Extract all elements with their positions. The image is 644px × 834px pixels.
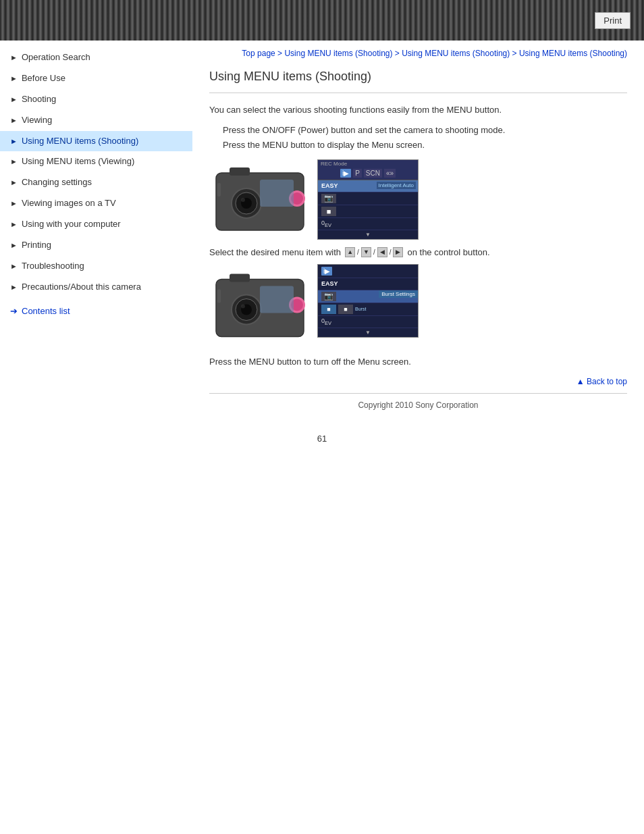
- back-to-top-link[interactable]: ▲ Back to top: [576, 377, 627, 386]
- step2-text: Press the MENU button to display the Men…: [223, 138, 627, 153]
- burst-settings-popup: Burst Settings: [379, 290, 418, 298]
- arrow-icon: ►: [10, 136, 18, 146]
- menu-screen-1: REC Mode i▶ P SCN «» EASY Intelligent Au…: [317, 159, 419, 240]
- down-arrow-btn: ▼: [361, 247, 371, 257]
- breadcrumb-current: Using MENU items (Shooting): [519, 49, 627, 58]
- slash1: /: [357, 249, 359, 256]
- svg-rect-20: [217, 289, 221, 303]
- menu2-0ev-label: 0EV: [321, 317, 331, 326]
- svg-rect-21: [260, 286, 294, 313]
- menu-header-label: REC Mode: [321, 161, 347, 167]
- svg-point-17: [241, 304, 245, 308]
- sidebar-item-using-menu-viewing[interactable]: ► Using MENU items (Viewing): [0, 151, 192, 172]
- svg-rect-13: [230, 273, 250, 282]
- slash2: /: [373, 249, 375, 256]
- footer-divider: [209, 393, 627, 394]
- mode-p-icon: P: [353, 169, 362, 178]
- arrow-icon: ►: [10, 53, 18, 62]
- svg-rect-9: [217, 183, 221, 197]
- menu2-row-easy: EASY: [318, 278, 418, 290]
- intro-text: You can select the various shooting func…: [209, 103, 627, 118]
- arrow-icon: ►: [10, 115, 18, 125]
- mode-ia-icon: i▶: [340, 169, 351, 178]
- menu-down-icon: ▼: [365, 232, 371, 238]
- breadcrumb-sep2: >: [395, 49, 402, 58]
- menu-down-arrow: ▼: [318, 230, 418, 239]
- select-suffix-text: on the control button.: [407, 247, 489, 257]
- sidebar-item-viewing-tv[interactable]: ► Viewing images on a TV: [0, 193, 192, 214]
- sidebar-item-printing[interactable]: ► Printing: [0, 235, 192, 256]
- breadcrumb-sep3: >: [512, 49, 519, 58]
- sidebar-item-operation-search[interactable]: ► Operation Search: [0, 47, 192, 68]
- sidebar-item-using-menu-shooting[interactable]: ► Using MENU items (Shooting): [0, 131, 192, 152]
- menu2-easy-label: EASY: [321, 280, 338, 287]
- arrow-icon: ►: [10, 219, 18, 229]
- mode-extra-icon: «»: [384, 169, 396, 178]
- svg-rect-2: [230, 167, 250, 176]
- menu2-row-icons: ■ ■ Burst: [318, 303, 418, 316]
- menu2-row-0ev: 0EV: [318, 316, 418, 328]
- screenshot-pair-2: i▶ EASY 📷 Burst Settings ■ ■ Burst 0EV: [209, 264, 627, 348]
- menu2-row-ia: i▶: [318, 265, 418, 278]
- camera-image-1: [209, 159, 317, 240]
- arrow-right-icon: ➔: [10, 306, 18, 316]
- arrow-icon: ►: [10, 199, 18, 208]
- control-arrows: ▲ / ▼ / ◀ / ▶: [345, 247, 403, 257]
- contents-list-link[interactable]: ➔ Contents list: [0, 301, 192, 321]
- page-number: 61: [0, 434, 644, 444]
- content-area: Top page > Using MENU items (Shooting) >…: [192, 41, 644, 423]
- arrow-icon: ►: [10, 95, 18, 104]
- mode-scn-icon: SCN: [364, 169, 382, 178]
- header-bar: Print: [0, 0, 644, 41]
- breadcrumb-menu-shooting-link2[interactable]: Using MENU items (Shooting): [402, 49, 510, 58]
- menu2-burst2-icon: ■: [338, 305, 353, 314]
- breadcrumb-sep1: >: [277, 49, 284, 58]
- breadcrumb-menu-shooting-link1[interactable]: Using MENU items (Shooting): [284, 49, 392, 58]
- sidebar-item-before-use[interactable]: ► Before Use: [0, 68, 192, 89]
- intelligent-auto-label: Intelligent Auto: [377, 182, 416, 189]
- up-arrow-btn: ▲: [345, 247, 355, 257]
- sidebar-item-using-computer[interactable]: ► Using with your computer: [0, 214, 192, 235]
- menu2-img-icon: 📷: [321, 292, 336, 301]
- page-title: Using MENU items (Shooting): [209, 70, 627, 84]
- left-arrow-btn: ◀: [377, 247, 387, 257]
- menu-row-square: ■: [318, 205, 418, 218]
- arrow-icon: ►: [10, 282, 18, 292]
- menu-easy-label: EASY: [321, 182, 338, 189]
- breadcrumb: Top page > Using MENU items (Shooting) >…: [209, 47, 627, 59]
- menu-header-row: REC Mode i▶ P SCN «»: [318, 160, 418, 180]
- screenshot-pair-1: REC Mode i▶ P SCN «» EASY Intelligent Au…: [209, 159, 627, 240]
- menu2-down-icon: ▼: [365, 330, 371, 336]
- menu-row-easy: EASY Intelligent Auto: [318, 180, 418, 192]
- press-menu-text: Press the MENU button to turn off the Me…: [209, 357, 627, 367]
- arrow-icon: ►: [10, 74, 18, 83]
- step1-text: Press the ON/OFF (Power) button and set …: [223, 123, 627, 138]
- arrow-icon: ►: [10, 240, 18, 250]
- svg-rect-10: [260, 180, 294, 207]
- print-button[interactable]: Print: [595, 12, 630, 29]
- camera-image-2: [209, 264, 317, 348]
- burst-sublabel: Burst: [355, 307, 366, 311]
- back-to-top-area: ▲ Back to top: [209, 377, 627, 386]
- main-layout: ► Operation Search ► Before Use ► Shooti…: [0, 41, 644, 423]
- sidebar-item-troubleshooting[interactable]: ► Troubleshooting: [0, 256, 192, 277]
- arrow-icon: ►: [10, 178, 18, 187]
- sidebar-item-shooting[interactable]: ► Shooting: [0, 89, 192, 110]
- menu-0ev-label: 0EV: [321, 219, 331, 228]
- menu2-row-burst: 📷 Burst Settings: [318, 290, 418, 303]
- arrow-icon: ►: [10, 261, 18, 271]
- steps-indent: Press the ON/OFF (Power) button and set …: [223, 123, 627, 153]
- arrow-icon: ►: [10, 157, 18, 166]
- sidebar: ► Operation Search ► Before Use ► Shooti…: [0, 41, 192, 423]
- menu2-burst-icon: ■: [321, 305, 336, 314]
- menu-img-icon: 📷: [321, 194, 336, 203]
- breadcrumb-top-link[interactable]: Top page: [242, 49, 275, 58]
- select-prefix-text: Select the desired menu item with: [209, 247, 341, 257]
- sidebar-item-changing-settings[interactable]: ► Changing settings: [0, 172, 192, 193]
- menu2-down-arrow: ▼: [318, 328, 418, 337]
- menu-screen-2: i▶ EASY 📷 Burst Settings ■ ■ Burst 0EV: [317, 264, 419, 338]
- slash3: /: [390, 249, 392, 256]
- copyright-text: Copyright 2010 Sony Corporation: [209, 400, 627, 410]
- sidebar-item-precautions[interactable]: ► Precautions/About this camera: [0, 277, 192, 298]
- sidebar-item-viewing[interactable]: ► Viewing: [0, 110, 192, 131]
